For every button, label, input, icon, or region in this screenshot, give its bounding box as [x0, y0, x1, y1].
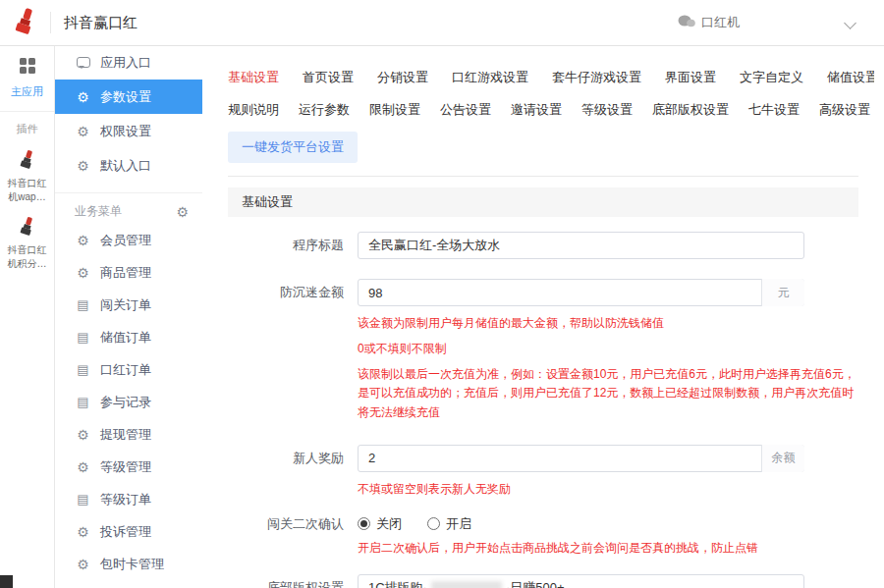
sidebar-item-app-entry[interactable]: 应用入口	[55, 45, 202, 80]
sidebar-item-product-management[interactable]: ⚙ 商品管理	[55, 256, 202, 289]
sidebar-item-withdrawal-management[interactable]: ⚙ 提现管理	[55, 418, 202, 451]
gear-icon[interactable]: ⚙	[176, 205, 189, 219]
sidebar-item-level-orders[interactable]: ▤ 闯关订单	[55, 289, 202, 321]
sidebar-item-parameter-settings[interactable]: ⚙ 参数设置	[55, 80, 202, 114]
rail-plugin-lipstick-wap[interactable]: 抖音口红机wap…	[5, 149, 50, 203]
sidebar-item-timecard-management[interactable]: ⚙ 包时卡管理	[55, 548, 202, 580]
rail-plugin-lipstick-points[interactable]: 抖音口红机积分…	[5, 216, 50, 270]
one-click-shipping-platform-button[interactable]: 一键发货平台设置	[228, 132, 358, 163]
sidebar-item-recharge-orders[interactable]: ▤ 储值订单	[55, 321, 202, 353]
sidebar-item-label: 等级订单	[100, 491, 151, 508]
sidebar-item-permission-settings[interactable]: ⚙ 权限设置	[55, 114, 202, 148]
anti-addiction-amount-input[interactable]	[358, 279, 804, 306]
tabs-row-1: 基础设置 首页设置 分销设置 口红游戏设置 套牛仔游戏设置 界面设置 文字自定义…	[228, 69, 874, 86]
rail-item-main-app[interactable]: 主应用	[0, 45, 54, 112]
anti-addiction-help-3: 该限制以最后一次充值为准，例如：设置金额10元，用户已充值6元，此时用户选择再充…	[358, 365, 858, 423]
tab-advanced-settings[interactable]: 高级设置	[819, 101, 870, 119]
sidebar-item-label: 商品管理	[100, 264, 151, 282]
tab-qiniu-settings[interactable]: 七牛设置	[748, 101, 800, 119]
app-window: 抖音赢口红 口红机 主应用 插件	[0, 0, 884, 588]
copyright-value-prefix: 1C排版购·	[368, 579, 427, 588]
newcomer-reward-label: 新人奖励	[228, 450, 358, 467]
rail-main-app-label: 主应用	[11, 84, 43, 99]
tab-limit-settings[interactable]: 限制设置	[369, 101, 420, 119]
radio-open-label: 开启	[446, 515, 471, 533]
document-icon: ▤	[75, 298, 91, 311]
sidebar-item-timecard-orders[interactable]: ▤ 包时卡订单	[55, 580, 202, 588]
sidebar-item-label: 参数设置	[100, 88, 151, 106]
grid-icon	[19, 57, 36, 79]
sidebar-item-label: 包时卡管理	[100, 556, 164, 573]
settings-form: 程序标题 防沉迷金额 元 该金额为限制用户每月储值的最大金额，帮助以防洗钱储值	[228, 232, 858, 588]
current-app-switcher[interactable]: 口红机	[678, 14, 740, 31]
panel-title: 基础设置	[228, 187, 858, 217]
gear-icon: ⚙	[75, 460, 91, 474]
double-confirm-help: 开启二次确认后，用户开始点击商品挑战之前会询问是否真的挑战，防止点错	[358, 539, 858, 559]
topbar-divider	[50, 12, 51, 33]
tab-distribution-settings[interactable]: 分销设置	[377, 69, 428, 86]
gear-icon: ⚙	[75, 558, 91, 571]
tab-invite-settings[interactable]: 邀请设置	[511, 101, 562, 119]
sidebar-item-label: 储值订单	[100, 329, 151, 347]
chevron-down-icon[interactable]	[844, 17, 856, 29]
bottom-left-widget	[0, 575, 13, 588]
radio-close[interactable]: 关闭	[358, 515, 402, 533]
sidebar-item-label: 权限设置	[100, 123, 151, 140]
top-bar: 抖音赢口红 口红机	[0, 0, 884, 46]
newcomer-reward-help: 不填或留空则表示新人无奖励	[358, 480, 858, 500]
document-icon: ▤	[75, 363, 91, 376]
sidebar-item-grade-orders[interactable]: ▤ 等级订单	[55, 483, 202, 515]
sidebar-section-business-menu: 业务菜单 ⚙	[55, 192, 202, 224]
sidebar-item-lipstick-orders[interactable]: ▤ 口红订单	[55, 353, 202, 386]
document-icon: ▤	[75, 493, 91, 506]
tab-interface-settings[interactable]: 界面设置	[665, 69, 716, 86]
rail-plugins-label: 插件	[17, 122, 38, 136]
sidebar-item-participation-records[interactable]: ▤ 参与记录	[55, 386, 202, 418]
chat-bubble-icon	[77, 57, 90, 68]
radio-open[interactable]: 开启	[427, 515, 471, 533]
tab-text-customization[interactable]: 文字自定义	[740, 69, 803, 86]
sidebar-item-member-management[interactable]: ⚙ 会员管理	[55, 224, 202, 256]
newcomer-reward-input[interactable]	[358, 445, 804, 472]
document-icon: ▤	[75, 331, 91, 344]
tabs-row-2: 规则说明 运行参数 限制设置 公告设置 邀请设置 等级设置 底部版权设置 七牛设…	[228, 101, 874, 119]
lipstick-logo-icon	[13, 7, 38, 38]
sidebar-item-label: 提现管理	[100, 426, 151, 444]
tab-footer-copyright-settings[interactable]: 底部版权设置	[652, 101, 729, 119]
sidebar-item-default-entry[interactable]: ⚙ 默认入口	[55, 148, 202, 183]
tab-lipstick-game-settings[interactable]: 口红游戏设置	[452, 69, 528, 86]
tab-runtime-parameters[interactable]: 运行参数	[299, 101, 350, 119]
footer-copyright-input[interactable]: 1C排版购· ·日赚500+	[358, 574, 804, 588]
app-rail: 主应用 插件 抖音口红机wap…	[0, 45, 55, 588]
sidebar-item-label: 会员管理	[100, 232, 151, 249]
tab-home-settings[interactable]: 首页设置	[303, 69, 354, 86]
document-icon: ▤	[75, 396, 91, 408]
tab-basic-settings[interactable]: 基础设置	[228, 69, 279, 86]
tab-level-settings[interactable]: 等级设置	[581, 101, 633, 119]
sidebar-item-grade-management[interactable]: ⚙ 等级管理	[55, 451, 202, 483]
sidebar-item-label: 投诉管理	[100, 523, 151, 541]
radio-button-icon	[358, 517, 370, 530]
rail-plugin-label: 抖音口红机wap…	[5, 177, 50, 203]
gear-icon: ⚙	[75, 266, 91, 280]
sidebar-section-title: 业务菜单	[75, 203, 122, 220]
program-title-input[interactable]	[358, 232, 804, 259]
current-app-label: 口红机	[701, 14, 740, 31]
gear-icon: ⚙	[75, 428, 91, 442]
lipstick-icon	[19, 149, 36, 173]
gear-icon: ⚙	[75, 159, 91, 173]
tab-announcement-settings[interactable]: 公告设置	[440, 101, 491, 119]
main-content: 基础设置 首页设置 分销设置 口红游戏设置 套牛仔游戏设置 界面设置 文字自定义…	[202, 45, 884, 588]
tab-bull-game-settings[interactable]: 套牛仔游戏设置	[552, 69, 641, 86]
double-confirm-radio-group: 关闭 开启	[358, 515, 497, 533]
tab-rules-description[interactable]: 规则说明	[228, 101, 279, 119]
unit-yuan-addon: 元	[761, 279, 804, 306]
anti-addiction-help-2: 0或不填则不限制	[358, 340, 858, 359]
anti-addiction-amount-label: 防沉迷金额	[228, 284, 358, 301]
radio-button-icon	[427, 517, 440, 530]
double-confirm-label: 闯关二次确认	[228, 515, 358, 533]
lipstick-icon	[19, 216, 36, 240]
rail-plugin-label: 抖音口红机积分…	[5, 243, 50, 270]
tab-recharge-settings[interactable]: 储值设置	[827, 69, 874, 86]
sidebar-item-complaint-management[interactable]: ⚙ 投诉管理	[55, 515, 202, 548]
